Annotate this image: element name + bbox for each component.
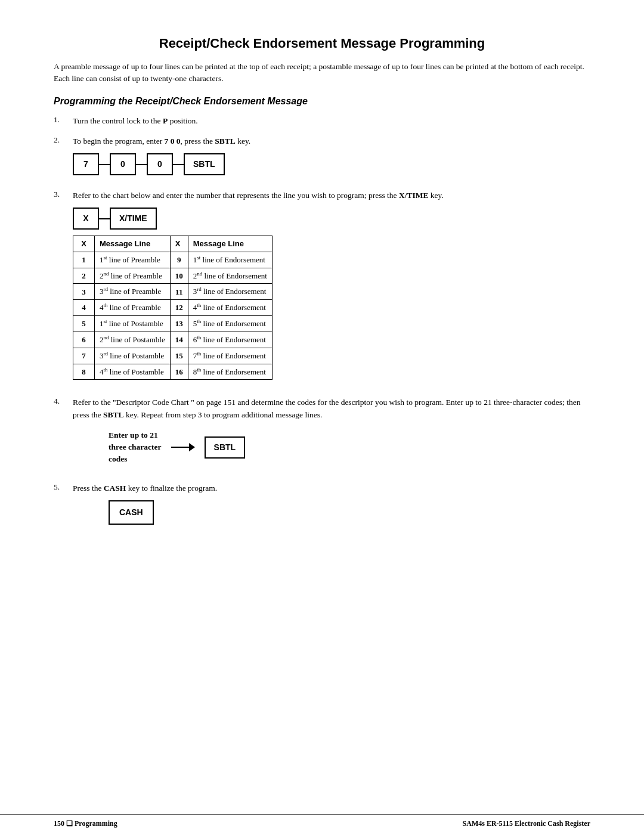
row8-msg1: 4th line of Postamble [95,364,171,380]
key-0a: 0 [110,153,136,175]
row3-msg1: 3rd line of Preamble [95,284,171,300]
table-row: 3 3rd line of Preamble 11 3rd line of En… [73,284,273,300]
footer-right: SAM4s ER-5115 Electronic Cash Register [463,819,590,828]
row7-msg1: 3rd line of Postamble [95,348,171,364]
step-5-number: 5. [54,482,67,492]
footer-left: 150 ❑ Programming [54,819,117,828]
step-3-key: X/TIME [399,191,429,200]
step-4: 4. Refer to the "Descriptor Code Chart "… [54,397,590,473]
key-x: X [73,208,99,230]
table-header-msg1: Message Line [95,236,171,252]
arrow-head [189,443,195,451]
row4-x1: 4 [73,300,95,316]
step-1-content: Turn the control lock to the P position. [73,115,590,127]
row6-msg1: 2nd line of Postamble [95,332,171,348]
row6-msg2: 6th line of Endorsement [188,332,272,348]
step-5: 5. Press the CASH key to finalize the pr… [54,482,590,531]
step-2: 2. To begin the program, enter 7 0 0, pr… [54,135,590,181]
intro-paragraph: A preamble message of up to four lines c… [54,61,590,85]
page-footer: 150 ❑ Programming SAM4s ER-5115 Electron… [0,814,644,833]
row1-x1: 1 [73,252,95,268]
step-3: 3. Refer to the chart below and enter th… [54,190,590,388]
row2-msg1: 2nd line of Preamble [95,268,171,284]
table-row: 1 1st line of Preamble 9 1st line of End… [73,252,273,268]
arrow-container [171,443,195,451]
row1-msg2: 1st line of Endorsement [188,252,272,268]
table-row: 7 3rd line of Postamble 15 7th line of E… [73,348,273,364]
row8-msg2: 8th line of Endorsement [188,364,272,380]
connector-x [99,218,110,219]
key-0b: 0 [147,153,173,175]
page-title: Receipt/Check Endorsement Message Progra… [54,36,590,51]
row6-x1: 6 [73,332,95,348]
row7-msg2: 7th line of Endorsement [188,348,272,364]
row4-msg2: 4th line of Endorsement [188,300,272,316]
row7-x2: 15 [170,348,188,364]
step-3-number: 3. [54,190,67,199]
key-sequence-step2: 7 0 0 SBTL [73,153,590,175]
section-title: Programming the Receipt/Check Endorsemen… [54,96,590,107]
step-5-cash: CASH [104,484,126,493]
row1-x2: 9 [170,252,188,268]
table-header-x1: X [73,236,95,252]
row2-x1: 2 [73,268,95,284]
row7-x1: 7 [73,348,95,364]
row5-msg1: 1st line of Postamble [95,316,171,332]
connector-2 [136,164,147,165]
key-cash: CASH [109,500,154,525]
step-2-number: 2. [54,135,67,145]
step-1-bold: P [163,116,168,125]
row5-msg2: 5th line of Endorsement [188,316,272,332]
cash-key-container: CASH [109,500,590,525]
row4-msg1: 4th line of Preamble [95,300,171,316]
enter-up-label: Enter up to 21three charactercodes [109,429,162,466]
step-1: 1. Turn the control lock to the P positi… [54,115,590,127]
row5-x2: 13 [170,316,188,332]
arrow-line [171,447,189,448]
message-line-table: X Message Line X Message Line 1 1st line… [73,236,273,380]
row8-x1: 8 [73,364,95,380]
row3-msg2: 3rd line of Endorsement [188,284,272,300]
step-5-content: Press the CASH key to finalize the progr… [73,482,590,531]
step-2-code: 7 0 0 [165,137,181,145]
key-sbtl-step2: SBTL [184,153,225,175]
row1-msg1: 1st line of Preamble [95,252,171,268]
step-4-sbtl: SBTL [103,410,124,419]
table-row: 8 4th line of Postamble 16 8th line of E… [73,364,273,380]
row3-x2: 11 [170,284,188,300]
step-2-content: To begin the program, enter 7 0 0, press… [73,135,590,181]
enter-up-container: Enter up to 21three charactercodes SBTL [109,429,590,466]
row6-x2: 14 [170,332,188,348]
row2-x2: 10 [170,268,188,284]
key-sequence-step3: X X/TIME [73,208,590,230]
step-4-content: Refer to the "Descriptor Code Chart " on… [73,397,590,473]
step-4-number: 4. [54,397,67,406]
row3-x1: 3 [73,284,95,300]
row4-x2: 12 [170,300,188,316]
row5-x1: 5 [73,316,95,332]
table-header-x2: X [170,236,188,252]
step-3-content: Refer to the chart below and enter the n… [73,190,590,388]
page-content: Receipt/Check Endorsement Message Progra… [0,0,644,814]
key-xtime: X/TIME [110,208,157,230]
table-row: 4 4th line of Preamble 12 4th line of En… [73,300,273,316]
row2-msg2: 2nd line of Endorsement [188,268,272,284]
table-row: 5 1st line of Postamble 13 5th line of E… [73,316,273,332]
key-7: 7 [73,153,99,175]
step-2-key: SBTL [215,137,236,145]
table-row: 2 2nd line of Preamble 10 2nd line of En… [73,268,273,284]
key-sbtl-step4: SBTL [205,436,246,459]
table-row: 6 2nd line of Postamble 14 6th line of E… [73,332,273,348]
table-header-msg2: Message Line [188,236,272,252]
row8-x2: 16 [170,364,188,380]
step-1-number: 1. [54,115,67,125]
connector-1 [99,164,110,165]
steps-list: 1. Turn the control lock to the P positi… [54,115,590,531]
connector-3 [173,164,184,165]
